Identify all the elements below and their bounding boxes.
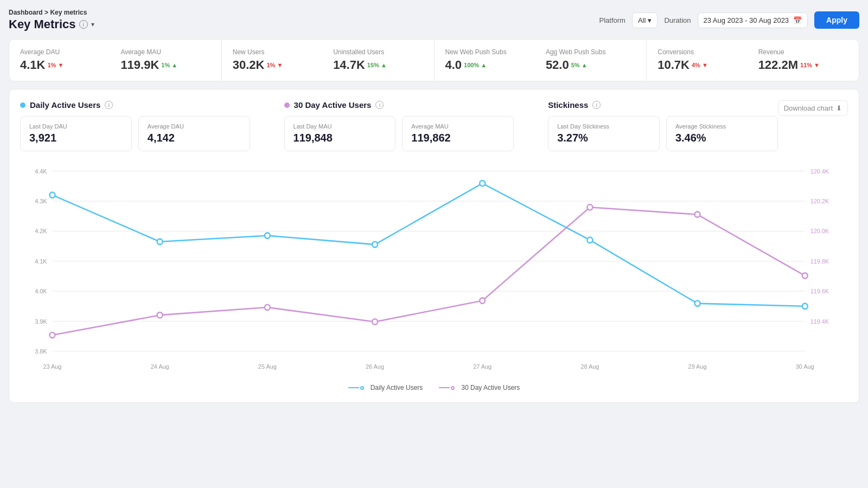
page-title-info-icon[interactable]: i [79, 20, 88, 29]
svg-text:28 Aug: 28 Aug [580, 363, 599, 369]
chart-section: Daily Active Users i Last Day DAU 3,921 … [9, 89, 859, 403]
last-day-mau-card: Last Day MAU 119,848 [284, 116, 396, 151]
metric-change: 4% ▼ [692, 62, 708, 68]
chart-legend: Daily Active Users 30 Day Active Users [20, 384, 848, 391]
svg-text:26 Aug: 26 Aug [366, 363, 384, 369]
page-header: Dashboard > Key metrics Key Metrics i ▾ … [9, 9, 859, 31]
page-title-row: Key Metrics i ▾ [9, 17, 94, 31]
metric-label: Average MAU [120, 48, 210, 56]
svg-text:120.4K: 120.4K [810, 168, 829, 174]
platform-select[interactable]: All ▾ [632, 12, 658, 28]
svg-text:3.8K: 3.8K [35, 348, 47, 355]
legend-dau-label: Daily Active Users [371, 384, 423, 391]
svg-point-43 [802, 273, 808, 278]
header-left: Dashboard > Key metrics Key Metrics i ▾ [9, 9, 94, 31]
download-icon: ⬇ [836, 104, 842, 112]
metric-change: 1% ▼ [47, 62, 63, 68]
mau-panel: 30 Day Active Users i Last Day MAU 119,8… [284, 100, 531, 151]
metric-label: Agg Web Push Subs [546, 48, 635, 56]
mau-dot-icon [284, 102, 290, 108]
download-label: Download chart [784, 104, 833, 112]
duration-input[interactable]: 23 Aug 2023 - 30 Aug 2023 📅 [698, 12, 808, 28]
metric-revenue: Revenue 122.2M 11% ▼ [758, 48, 848, 72]
metric-value: 14.7K 15% ▲ [333, 58, 423, 72]
svg-point-34 [695, 300, 700, 306]
svg-point-29 [157, 239, 163, 245]
stat-value: 4,142 [148, 132, 241, 144]
average-stickiness-card: Average Stickiness 3.46% [666, 116, 778, 151]
legend-mau-label: 30 Day Active Users [461, 384, 520, 391]
svg-text:30 Aug: 30 Aug [796, 363, 814, 369]
metric-group-1: Average DAU 4.1K 1% ▼ Average MAU 119.9K… [9, 40, 222, 81]
metric-value: 10.7K 4% ▼ [658, 58, 747, 72]
metric-value: 4.1K 1% ▼ [20, 58, 110, 72]
svg-point-28 [50, 192, 55, 197]
svg-point-31 [372, 242, 378, 247]
chart-panels: Daily Active Users i Last Day DAU 3,921 … [20, 100, 778, 151]
header-controls: Platform All ▾ Duration 23 Aug 2023 - 30… [599, 11, 859, 29]
legend-dau: Daily Active Users [348, 384, 423, 391]
mau-panel-title: 30 Day Active Users i [284, 100, 514, 110]
chart-container: 4.4K 4.3K 4.2K 4.1K 4.0K 3.9K 3.8K 120.4… [20, 160, 848, 378]
duration-label: Duration [664, 16, 691, 24]
svg-text:120.0K: 120.0K [810, 228, 829, 234]
apply-button[interactable]: Apply [814, 11, 859, 29]
metric-change: 1% ▼ [266, 62, 283, 68]
svg-text:29 Aug: 29 Aug [688, 363, 707, 369]
mau-stat-cards: Last Day MAU 119,848 Average MAU 119,862 [284, 116, 514, 151]
metric-new-web-push: New Web Push Subs 4.0 100% ▲ [445, 48, 546, 72]
metric-label: New Web Push Subs [445, 48, 535, 56]
metric-label: Revenue [758, 48, 848, 56]
metric-label: Uninstalled Users [333, 48, 423, 56]
svg-text:119.6K: 119.6K [810, 288, 829, 294]
dau-info-icon[interactable]: i [105, 101, 113, 109]
legend-mau: 30 Day Active Users [439, 384, 520, 391]
svg-text:4.0K: 4.0K [35, 288, 47, 294]
metric-label: Average DAU [20, 48, 110, 56]
metric-value: 119.9K 1% ▲ [120, 58, 210, 72]
metric-conversions: Conversions 10.7K 4% ▼ [658, 48, 758, 72]
svg-text:23 Aug: 23 Aug [43, 363, 62, 369]
metric-value: 122.2M 11% ▼ [758, 58, 848, 72]
stat-value: 3.46% [675, 132, 769, 144]
platform-label: Platform [599, 16, 626, 24]
metric-value: 30.2K 1% ▼ [233, 58, 322, 72]
stat-value: 3.27% [557, 132, 650, 144]
svg-point-30 [265, 233, 270, 238]
stat-label: Last Day Stickiness [557, 123, 650, 130]
metric-value: 4.0 100% ▲ [445, 58, 535, 72]
dau-panel: Daily Active Users i Last Day DAU 3,921 … [20, 100, 266, 151]
metric-group-3: New Web Push Subs 4.0 100% ▲ Agg Web Pus… [435, 40, 647, 81]
page-title: Key Metrics [9, 17, 76, 31]
main-chart-svg: 4.4K 4.3K 4.2K 4.1K 4.0K 3.9K 3.8K 120.4… [20, 160, 848, 377]
dau-panel-title: Daily Active Users i [20, 100, 250, 110]
stickiness-stat-cards: Last Day Stickiness 3.27% Average Sticki… [548, 116, 778, 151]
svg-text:4.2K: 4.2K [35, 228, 47, 234]
stickiness-info-icon[interactable]: i [592, 101, 601, 109]
svg-text:3.9K: 3.9K [35, 318, 47, 324]
calendar-icon: 📅 [793, 16, 802, 24]
metric-group-2: New Users 30.2K 1% ▼ Uninstalled Users 1… [222, 40, 435, 81]
dau-stat-cards: Last Day DAU 3,921 Average DAU 4,142 [20, 116, 250, 151]
stat-label: Average DAU [148, 123, 241, 130]
svg-point-37 [157, 312, 163, 318]
page-title-chevron-icon[interactable]: ▾ [91, 21, 94, 28]
download-chart-button[interactable]: Download chart ⬇ [778, 100, 848, 116]
mau-info-icon[interactable]: i [375, 101, 384, 109]
svg-point-35 [802, 304, 808, 309]
svg-point-40 [480, 298, 485, 303]
stat-label: Last Day MAU [293, 123, 387, 130]
svg-text:24 Aug: 24 Aug [151, 363, 169, 369]
last-day-dau-card: Last Day DAU 3,921 [20, 116, 132, 151]
svg-text:4.3K: 4.3K [35, 198, 47, 204]
metric-label: New Users [233, 48, 322, 56]
svg-point-33 [587, 237, 592, 243]
metric-change: 15% ▲ [367, 62, 387, 68]
stat-label: Average MAU [411, 123, 505, 130]
page-wrapper: Dashboard > Key metrics Key Metrics i ▾ … [0, 0, 868, 488]
metric-label: Conversions [658, 48, 747, 56]
svg-text:119.4K: 119.4K [810, 318, 829, 324]
platform-chevron-icon: ▾ [648, 16, 652, 24]
stat-value: 119,862 [411, 132, 505, 144]
svg-point-42 [695, 211, 700, 217]
